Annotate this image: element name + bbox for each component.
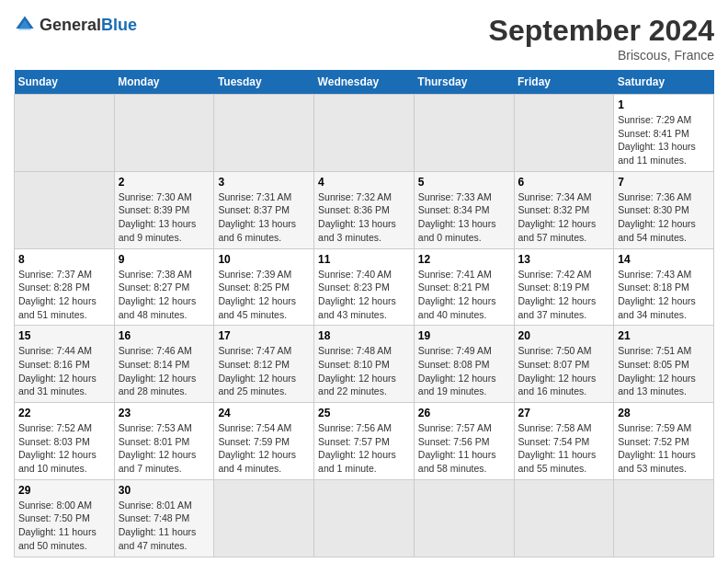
day-number: 30 (119, 484, 210, 497)
day-number: 12 (418, 253, 510, 266)
day-number: 16 (119, 329, 210, 342)
empty-cell (114, 95, 214, 172)
day-detail: Sunrise: 7:52 AMSunset: 8:03 PMDaylight:… (18, 422, 97, 474)
day-detail: Sunrise: 7:43 AMSunset: 8:18 PMDaylight:… (618, 269, 696, 320)
day-number: 11 (318, 253, 410, 266)
day-detail: Sunrise: 7:53 AMSunset: 8:01 PMDaylight:… (119, 422, 197, 474)
day-detail: Sunrise: 7:31 AMSunset: 8:37 PMDaylight:… (218, 191, 296, 243)
day-number: 1 (618, 98, 710, 111)
calendar-day: 21Sunrise: 7:51 AMSunset: 8:05 PMDayligh… (614, 326, 714, 403)
day-number: 22 (18, 407, 110, 419)
day-number: 18 (318, 329, 410, 342)
day-number: 4 (318, 176, 410, 189)
day-detail: Sunrise: 7:54 AMSunset: 7:59 PMDaylight:… (218, 422, 296, 474)
day-detail: Sunrise: 7:29 AMSunset: 8:41 PMDaylight:… (618, 114, 696, 166)
calendar-day: 13Sunrise: 7:42 AMSunset: 8:19 PMDayligh… (514, 248, 614, 326)
day-number: 20 (518, 329, 610, 342)
calendar-day: 15Sunrise: 7:44 AMSunset: 8:16 PMDayligh… (15, 326, 115, 403)
day-number: 26 (418, 407, 510, 419)
calendar-day: 30Sunrise: 8:01 AMSunset: 7:48 PMDayligh… (114, 479, 214, 557)
day-detail: Sunrise: 7:59 AMSunset: 7:52 PMDaylight:… (618, 422, 696, 474)
calendar-day: 9Sunrise: 7:38 AMSunset: 8:27 PMDaylight… (114, 248, 214, 326)
empty-cell (314, 95, 415, 172)
calendar-day: 25Sunrise: 7:56 AMSunset: 7:57 PMDayligh… (314, 403, 415, 480)
day-number: 7 (618, 176, 710, 189)
day-number: 10 (218, 253, 310, 266)
day-detail: Sunrise: 7:48 AMSunset: 8:10 PMDaylight:… (318, 345, 396, 396)
calendar-day: 2Sunrise: 7:30 AMSunset: 8:39 PMDaylight… (114, 171, 214, 248)
calendar-day: 16Sunrise: 7:46 AMSunset: 8:14 PMDayligh… (114, 326, 214, 403)
day-number: 13 (518, 253, 610, 266)
calendar-day: 28Sunrise: 7:59 AMSunset: 7:52 PMDayligh… (614, 403, 714, 480)
empty-cell (414, 479, 514, 557)
logo-general: General (40, 16, 101, 34)
empty-cell (614, 479, 714, 557)
day-number: 21 (618, 329, 710, 342)
day-of-week-header: Friday (514, 70, 614, 95)
day-detail: Sunrise: 7:50 AMSunset: 8:07 PMDaylight:… (518, 345, 597, 396)
calendar-body: 1Sunrise: 7:29 AMSunset: 8:41 PMDaylight… (15, 95, 714, 557)
day-detail: Sunrise: 7:58 AMSunset: 7:54 PMDaylight:… (518, 422, 597, 474)
page-header: GeneralBlue September 2024 Briscous, Fra… (14, 14, 714, 63)
day-detail: Sunrise: 7:46 AMSunset: 8:14 PMDaylight:… (119, 345, 197, 396)
calendar-day: 7Sunrise: 7:36 AMSunset: 8:30 PMDaylight… (614, 171, 714, 248)
calendar-day: 14Sunrise: 7:43 AMSunset: 8:18 PMDayligh… (614, 248, 714, 326)
day-number: 23 (119, 407, 210, 419)
day-detail: Sunrise: 8:01 AMSunset: 7:48 PMDaylight:… (119, 500, 197, 551)
day-number: 2 (119, 176, 210, 189)
empty-cell (514, 95, 614, 172)
day-number: 24 (218, 407, 310, 419)
calendar-day: 8Sunrise: 7:37 AMSunset: 8:28 PMDaylight… (15, 248, 115, 326)
day-detail: Sunrise: 7:30 AMSunset: 8:39 PMDaylight:… (119, 191, 197, 243)
calendar-day: 12Sunrise: 7:41 AMSunset: 8:21 PMDayligh… (414, 248, 514, 326)
day-of-week-header: Thursday (414, 70, 514, 95)
day-detail: Sunrise: 8:00 AMSunset: 7:50 PMDaylight:… (18, 500, 97, 551)
title-area: September 2024 Briscous, France (489, 14, 714, 63)
logo: GeneralBlue (14, 14, 137, 36)
day-detail: Sunrise: 7:49 AMSunset: 8:08 PMDaylight:… (418, 345, 496, 396)
day-detail: Sunrise: 7:40 AMSunset: 8:23 PMDaylight:… (318, 269, 396, 320)
day-of-week-header: Sunday (15, 70, 115, 95)
day-detail: Sunrise: 7:56 AMSunset: 7:57 PMDaylight:… (318, 422, 396, 474)
empty-cell (314, 479, 415, 557)
calendar-day: 5Sunrise: 7:33 AMSunset: 8:34 PMDaylight… (414, 171, 514, 248)
day-detail: Sunrise: 7:37 AMSunset: 8:28 PMDaylight:… (18, 269, 97, 320)
day-number: 27 (518, 407, 610, 419)
calendar-day: 11Sunrise: 7:40 AMSunset: 8:23 PMDayligh… (314, 248, 415, 326)
day-detail: Sunrise: 7:33 AMSunset: 8:34 PMDaylight:… (418, 191, 496, 243)
calendar-day: 24Sunrise: 7:54 AMSunset: 7:59 PMDayligh… (214, 403, 314, 480)
day-number: 3 (218, 176, 310, 189)
day-of-week-header: Saturday (614, 70, 714, 95)
day-detail: Sunrise: 7:39 AMSunset: 8:25 PMDaylight:… (218, 269, 296, 320)
day-number: 14 (618, 253, 710, 266)
calendar-day: 3Sunrise: 7:31 AMSunset: 8:37 PMDaylight… (214, 171, 314, 248)
day-number: 29 (18, 484, 110, 497)
day-number: 8 (18, 253, 110, 266)
day-detail: Sunrise: 7:57 AMSunset: 7:56 PMDaylight:… (418, 422, 496, 474)
day-number: 19 (418, 329, 510, 342)
calendar-day: 22Sunrise: 7:52 AMSunset: 8:03 PMDayligh… (15, 403, 115, 480)
day-number: 28 (618, 407, 710, 419)
day-detail: Sunrise: 7:51 AMSunset: 8:05 PMDaylight:… (618, 345, 696, 396)
day-detail: Sunrise: 7:32 AMSunset: 8:36 PMDaylight:… (318, 191, 396, 243)
day-number: 15 (18, 329, 110, 342)
calendar-day: 19Sunrise: 7:49 AMSunset: 8:08 PMDayligh… (414, 326, 514, 403)
month-title: September 2024 (489, 14, 714, 48)
day-of-week-header: Monday (114, 70, 214, 95)
day-detail: Sunrise: 7:47 AMSunset: 8:12 PMDaylight:… (218, 345, 296, 396)
day-of-week-header: Wednesday (314, 70, 415, 95)
day-number: 9 (119, 253, 210, 266)
calendar-header: SundayMondayTuesdayWednesdayThursdayFrid… (15, 70, 714, 95)
calendar-day: 1Sunrise: 7:29 AMSunset: 8:41 PMDaylight… (614, 95, 714, 172)
day-number: 25 (318, 407, 410, 419)
empty-cell (514, 479, 614, 557)
day-number: 6 (518, 176, 610, 189)
day-number: 5 (418, 176, 510, 189)
empty-cell (214, 95, 314, 172)
calendar-table: SundayMondayTuesdayWednesdayThursdayFrid… (14, 70, 714, 557)
calendar-day: 20Sunrise: 7:50 AMSunset: 8:07 PMDayligh… (514, 326, 614, 403)
day-detail: Sunrise: 7:34 AMSunset: 8:32 PMDaylight:… (518, 191, 597, 243)
day-detail: Sunrise: 7:42 AMSunset: 8:19 PMDaylight:… (518, 269, 597, 320)
logo-blue: Blue (101, 16, 137, 34)
day-detail: Sunrise: 7:44 AMSunset: 8:16 PMDaylight:… (18, 345, 97, 396)
